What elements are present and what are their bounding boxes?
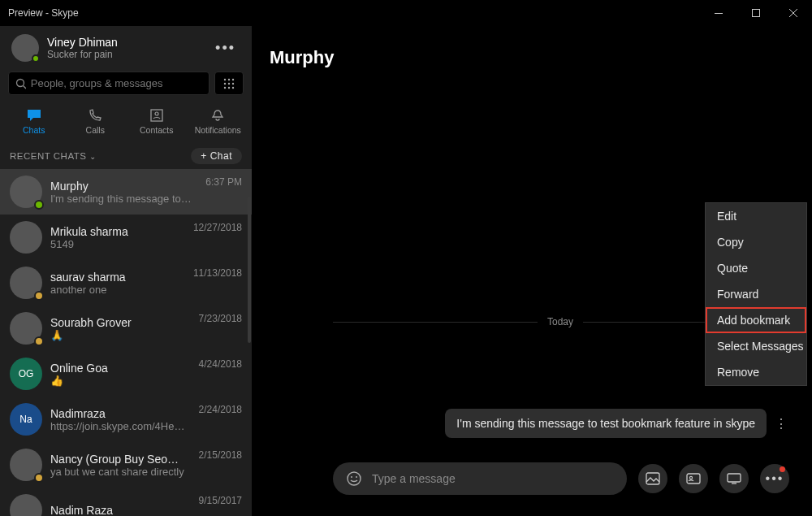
scrollbar-thumb[interactable] (248, 197, 251, 343)
presence-dot-icon (34, 291, 44, 301)
svg-point-16 (356, 476, 357, 478)
message-row: I'm sending this message to test bookmar… (333, 409, 788, 438)
svg-point-2 (17, 79, 24, 86)
svg-point-9 (224, 86, 226, 88)
conversation-header: Murphy (252, 26, 812, 80)
emoji-icon[interactable] (346, 470, 362, 487)
chat-item[interactable]: Mrikula sharma514912/27/2018 (0, 215, 252, 260)
chat-item[interactable]: saurav sharmaanother one11/13/2018 (0, 260, 252, 306)
context-menu-item[interactable]: Remove (706, 359, 806, 385)
chat-avatar (10, 176, 42, 208)
conversation-pane: Murphy Today I'm sending this message to… (252, 26, 812, 516)
chat-name: Murphy (50, 180, 192, 193)
contacts-icon (149, 108, 164, 123)
day-label: Today (547, 316, 573, 327)
svg-point-4 (228, 78, 230, 80)
video-message-button[interactable] (719, 464, 749, 493)
plus-icon: + (201, 150, 207, 162)
chat-item[interactable]: Nadim Raza9/15/2017 (0, 488, 252, 516)
presence-dot-icon (32, 54, 40, 63)
chevron-down-icon[interactable]: ⌄ (89, 152, 97, 161)
chat-time: 6:37 PM (205, 176, 242, 188)
chat-item[interactable]: Nancy (Group Buy Seo…ya but we cant shar… (0, 442, 252, 488)
conversation-title[interactable]: Murphy (270, 47, 794, 68)
tab-contacts[interactable]: Contacts (127, 105, 186, 138)
presence-dot-icon (34, 336, 44, 346)
context-menu-item[interactable]: Add bookmark (706, 307, 806, 333)
chat-avatar (10, 312, 42, 345)
chat-item[interactable]: OGOnline Goa👍4/24/2018 (0, 351, 252, 397)
svg-point-10 (228, 86, 230, 88)
dialpad-button[interactable] (214, 72, 244, 95)
chat-preview: 5149 (50, 238, 180, 250)
card-icon (686, 473, 701, 484)
chat-name: Nadimraza (50, 407, 186, 420)
tab-calls[interactable]: Calls (66, 105, 124, 138)
section-title[interactable]: RECENT CHATS (10, 151, 86, 161)
context-menu-item[interactable]: Copy (706, 229, 806, 255)
chat-icon (26, 108, 42, 123)
chat-time: 2/15/2018 (199, 449, 242, 461)
chat-item[interactable]: Sourabh Grover🙏7/23/2018 (0, 306, 252, 351)
chat-time: 9/15/2017 (199, 495, 242, 506)
context-menu-item[interactable]: Quote (706, 255, 806, 281)
chat-list: MurphyI'm sending this message to…6:37 P… (0, 169, 252, 516)
window-maximize-button[interactable] (737, 0, 775, 26)
chat-item[interactable]: MurphyI'm sending this message to…6:37 P… (0, 169, 252, 215)
screen-icon (727, 473, 741, 484)
search-input[interactable] (31, 77, 202, 89)
svg-rect-17 (646, 473, 659, 484)
chat-name: Mrikula sharma (50, 225, 180, 238)
image-icon (646, 472, 660, 485)
presence-dot-icon (34, 200, 44, 210)
window-titlebar: Preview - Skype (0, 0, 812, 26)
chat-name: Sourabh Grover (50, 316, 186, 329)
phone-icon (88, 108, 102, 123)
search-box[interactable] (8, 72, 209, 95)
context-menu-item[interactable]: Select Messages (706, 333, 806, 359)
message-bubble[interactable]: I'm sending this message to test bookmar… (445, 409, 767, 438)
add-files-button[interactable] (638, 464, 667, 493)
svg-point-6 (224, 82, 226, 84)
tab-contacts-label: Contacts (140, 125, 173, 135)
chat-preview: 🙏 (50, 329, 186, 341)
chat-item[interactable]: NaNadimrazahttps://join.skype.com/4He…2/… (0, 397, 252, 442)
chat-avatar (10, 267, 42, 299)
svg-rect-20 (728, 474, 741, 482)
chat-time: 11/13/2018 (193, 267, 242, 279)
chat-preview: I'm sending this message to… (50, 193, 192, 205)
self-avatar[interactable] (11, 34, 39, 62)
new-chat-button[interactable]: + Chat (191, 148, 242, 164)
svg-point-5 (232, 78, 234, 80)
message-more-button[interactable]: ⋮ (775, 416, 788, 431)
sidebar: Viney Dhiman Sucker for pain ••• (0, 26, 252, 516)
self-name: Viney Dhiman (47, 36, 118, 49)
tab-chats[interactable]: Chats (5, 105, 63, 138)
profile-header[interactable]: Viney Dhiman Sucker for pain ••• (0, 26, 252, 67)
chat-preview: https://join.skype.com/4He… (50, 420, 186, 432)
message-input[interactable]: Type a message (333, 462, 627, 495)
chat-avatar (10, 221, 42, 254)
profile-more-button[interactable]: ••• (210, 40, 240, 57)
context-menu: EditCopyQuoteForwardAdd bookmarkSelect M… (705, 202, 807, 386)
window-close-button[interactable] (775, 0, 812, 26)
chat-name: Online Goa (50, 362, 186, 375)
chat-time: 2/24/2018 (199, 404, 242, 415)
composer-more-button[interactable]: ••• (760, 464, 789, 493)
window-title: Preview - Skype (8, 7, 79, 19)
tab-notifications-label: Notifications (195, 125, 241, 135)
svg-point-7 (228, 82, 230, 84)
context-menu-item[interactable]: Edit (706, 203, 806, 229)
tab-notifications[interactable]: Notifications (188, 105, 247, 138)
notification-dot-icon (780, 466, 785, 472)
context-menu-item[interactable]: Forward (706, 281, 806, 307)
chat-name: Nadim Raza (50, 504, 186, 516)
chat-name: saurav sharma (50, 271, 180, 284)
share-contact-button[interactable] (679, 464, 708, 493)
svg-point-13 (155, 112, 158, 115)
window-minimize-button[interactable] (700, 0, 737, 26)
chat-time: 4/24/2018 (199, 358, 242, 370)
chat-time: 12/27/2018 (193, 222, 242, 233)
new-chat-label: Chat (210, 150, 232, 162)
bell-icon (210, 108, 225, 123)
